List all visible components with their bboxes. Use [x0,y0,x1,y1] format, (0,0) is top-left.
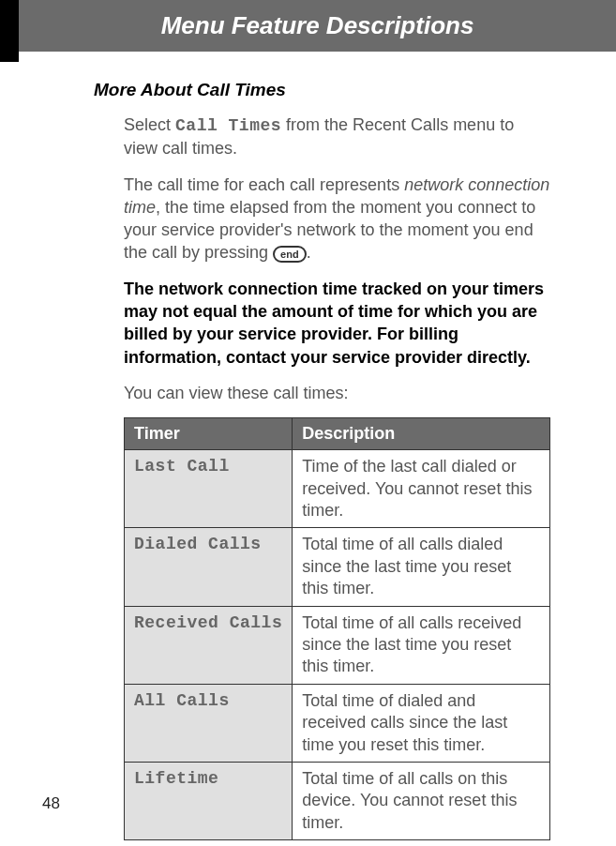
description-cell: Total time of dialed and received calls … [293,684,550,762]
timer-cell: Last Call [125,450,293,528]
table-row: Dialed Calls Total time of all calls dia… [125,528,550,606]
p2-b: , the time elapsed from the moment you c… [124,198,535,263]
description-cell: Time of the last call dialed or received… [293,450,550,528]
network-time-paragraph: The call time for each call represents n… [124,174,550,264]
intro-prefix: Select [124,115,175,134]
description-cell: Total time of all calls on this device. … [293,762,550,839]
table-row: Received Calls Total time of all calls r… [125,606,550,684]
billing-note: The network connection time tracked on y… [124,278,550,369]
view-times-paragraph: You can view these call times: [124,382,550,404]
end-key-icon: end [273,246,307,263]
table-header-row: Timer Description [125,418,550,450]
section-body: Select Call Times from the Recent Calls … [94,113,550,840]
timer-cell: Received Calls [125,606,293,684]
header-accent-bar [0,0,19,62]
timer-cell: All Calls [125,684,293,762]
description-cell: Total time of all calls received since t… [293,606,550,684]
timer-cell: Dialed Calls [125,528,293,606]
table-row: Last Call Time of the last call dialed o… [125,450,550,528]
page-title: Menu Feature Descriptions [161,11,474,39]
header-timer: Timer [125,418,293,450]
section-title: More About Call Times [94,80,550,100]
intro-paragraph: Select Call Times from the Recent Calls … [124,113,550,160]
intro-mono: Call Times [175,116,281,135]
table-row: Lifetime Total time of all calls on this… [125,762,550,839]
header-description: Description [293,418,550,450]
page-header: Menu Feature Descriptions [19,0,616,52]
table-row: All Calls Total time of dialed and recei… [125,684,550,762]
timer-cell: Lifetime [125,762,293,839]
call-times-table: Timer Description Last Call Time of the … [124,417,550,840]
p2-c: . [307,243,311,262]
description-cell: Total time of all calls dialed since the… [293,528,550,606]
page-number: 48 [42,794,60,813]
p2-a: The call time for each call represents [124,175,404,194]
page-content: More About Call Times Select Call Times … [0,52,616,846]
